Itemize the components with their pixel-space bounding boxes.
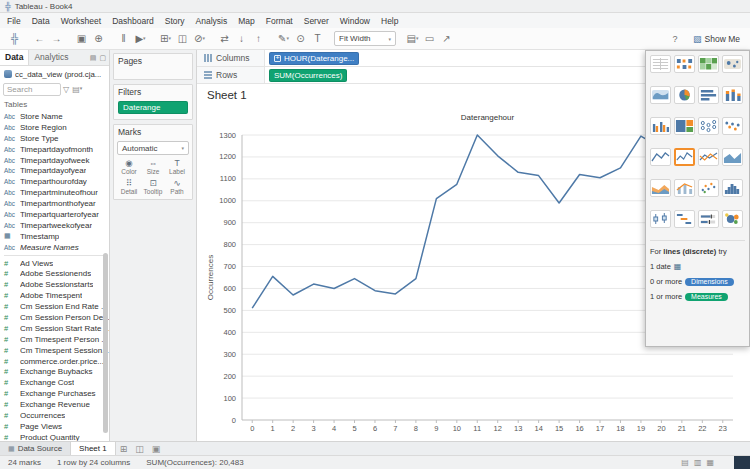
field-timepartweekofyear[interactable]: AbcTimepartweekofyear: [0, 220, 109, 231]
field-timepartdayofweek[interactable]: AbcTimepartdayofweek: [0, 155, 109, 166]
showme-area-charts-discrete[interactable]: [650, 179, 671, 197]
fit-selector[interactable]: Fit Width ▾: [334, 31, 396, 46]
field-timepartquarterofyear[interactable]: AbcTimepartquarterofyear: [0, 209, 109, 220]
sheet-title[interactable]: Sheet 1: [197, 84, 497, 106]
new-story-button[interactable]: ▣: [148, 442, 165, 455]
showme-box-and-whisker[interactable]: [650, 210, 671, 228]
field-adobe-sessionends[interactable]: #Adobe Sessionends: [0, 268, 109, 279]
showme-highlight-table[interactable]: [698, 55, 719, 73]
showme-continuous-lines[interactable]: [650, 148, 671, 166]
show-tabs-icon[interactable]: ▤: [681, 458, 689, 467]
field-cm-timespent-person[interactable]: #Cm Timespent Person ...: [0, 334, 109, 345]
view-options-icon[interactable]: ▤▾: [72, 85, 82, 94]
menu-file[interactable]: File: [7, 16, 21, 26]
showme-dual-lines[interactable]: [698, 148, 719, 166]
marks-size-button[interactable]: ⇔Size: [141, 158, 165, 175]
pill-daterange[interactable]: Daterange: [118, 101, 188, 114]
presentation-mode-icon[interactable]: ▭: [422, 33, 437, 44]
show-hide-cards-icon[interactable]: ▤▾: [405, 33, 420, 44]
field-store-type[interactable]: AbcStore Type: [0, 133, 109, 144]
field-exchange-buybacks[interactable]: #Exchange Buybacks: [0, 366, 109, 377]
redo-icon[interactable]: →: [49, 33, 64, 44]
show-sheet-sorter-icon[interactable]: ▦: [706, 458, 714, 467]
show-filmstrip-icon[interactable]: ▥: [694, 458, 702, 467]
field-timepartdayofyear[interactable]: AbcTimepartdayofyear: [0, 165, 109, 176]
field-store-region[interactable]: AbcStore Region: [0, 122, 109, 133]
tableau-logo-icon[interactable]: ╬: [7, 33, 22, 44]
marks-detail-button[interactable]: ⠿Detail: [117, 178, 141, 195]
field-cm-session-start-rate[interactable]: #Cm Session Start Rate ...: [0, 323, 109, 334]
showme-symbol-maps[interactable]: [722, 55, 743, 73]
search-input[interactable]: [3, 83, 61, 96]
field-adobe-timespent[interactable]: #Adobe Timespent: [0, 290, 109, 301]
tab-data-source[interactable]: ▦Data Source: [0, 442, 71, 455]
showme-scatter-plots[interactable]: [698, 179, 719, 197]
tab-analytics[interactable]: Analytics: [29, 50, 73, 65]
run-updates-icon[interactable]: ▶▾: [133, 33, 148, 44]
menu-data[interactable]: Data: [32, 16, 50, 26]
showme-filled-maps[interactable]: [650, 86, 671, 104]
showme-pie-chart[interactable]: [674, 86, 695, 104]
marks-path-button[interactable]: ∿Path: [165, 178, 189, 195]
fields-scrollbar[interactable]: [103, 253, 108, 433]
field-occurrences[interactable]: #Occurrences: [0, 410, 109, 421]
showme-gantt[interactable]: [674, 210, 695, 228]
expand-plus-icon[interactable]: +: [274, 55, 281, 62]
tab-sheet-1[interactable]: Sheet 1: [71, 442, 116, 455]
filter-icon[interactable]: ▽: [63, 85, 69, 94]
field-timepartmonthofyear[interactable]: AbcTimepartmonthofyear: [0, 198, 109, 209]
showme-side-by-side-circles[interactable]: [722, 117, 743, 135]
field-ad-views[interactable]: #Ad Views: [0, 258, 109, 269]
menu-map[interactable]: Map: [238, 16, 255, 26]
field-cm-session-person-de[interactable]: #Cm Session Person De...: [0, 312, 109, 323]
menu-server[interactable]: Server: [304, 16, 329, 26]
field-measure-names[interactable]: AbcMeasure Names: [0, 242, 109, 253]
field-commerce-order-price[interactable]: #commerce.order.price...: [0, 356, 109, 367]
filters-shelf[interactable]: Daterange: [114, 99, 192, 119]
mark-type-selector[interactable]: Automatic ▾: [117, 141, 189, 155]
pages-shelf[interactable]: [114, 68, 192, 79]
datasource-connection[interactable]: cc_data_view (prod.cja...: [0, 66, 109, 81]
showme-text-tables[interactable]: [650, 55, 671, 73]
showme-histogram[interactable]: [722, 179, 743, 197]
field-exchange-cost[interactable]: #Exchange Cost: [0, 377, 109, 388]
group-members-icon[interactable]: ⊙: [293, 33, 308, 44]
menu-story[interactable]: Story: [165, 16, 185, 26]
field-adobe-sessionstarts[interactable]: #Adobe Sessionstarts: [0, 279, 109, 290]
showme-stacked-bars[interactable]: [722, 86, 743, 104]
field-timestamp[interactable]: ▦Timestamp: [0, 231, 109, 242]
field-exchange-revenue[interactable]: #Exchange Revenue: [0, 399, 109, 410]
field-cm-session-end-rate[interactable]: #Cm Session End Rate ...: [0, 301, 109, 312]
showme-horizontal-bars[interactable]: [698, 86, 719, 104]
tab-data[interactable]: Data: [0, 50, 29, 65]
show-me-button[interactable]: ▧ Show Me: [689, 32, 744, 46]
field-cm-timespent-session[interactable]: #Cm Timespent Session...: [0, 345, 109, 356]
showme-heat-map[interactable]: [674, 55, 695, 73]
field-store-name[interactable]: AbcStore Name: [0, 111, 109, 122]
menu-dashboard[interactable]: Dashboard: [112, 16, 154, 26]
field-timepartminuteofhour[interactable]: AbcTimepartminuteofhour: [0, 187, 109, 198]
marks-color-button[interactable]: ◉Color: [117, 158, 141, 175]
pane-view-icon[interactable]: ▤: [90, 54, 97, 62]
share-workbook-icon[interactable]: ↗: [439, 33, 454, 44]
field-page-views[interactable]: #Page Views: [0, 421, 109, 432]
showme-treemap[interactable]: [674, 117, 695, 135]
sort-descending-icon[interactable]: ↑: [251, 33, 266, 44]
showme-discrete-lines[interactable]: [674, 148, 695, 166]
menu-worksheet[interactable]: Worksheet: [61, 16, 101, 26]
undo-icon[interactable]: ←: [32, 33, 47, 44]
clear-sheet-icon[interactable]: ⊘▾: [192, 33, 207, 44]
new-dashboard-button[interactable]: ◫: [131, 442, 148, 455]
duplicate-sheet-icon[interactable]: ◫: [175, 33, 190, 44]
help-icon[interactable]: ?: [669, 34, 681, 44]
field-product-quantity[interactable]: #Product Quantity: [0, 432, 109, 441]
pause-updates-icon[interactable]: ‖: [116, 33, 131, 44]
pill-hour-daterange[interactable]: +HOUR(Daterange...: [269, 52, 359, 65]
pill-sum-occurrences[interactable]: SUM(Occurrences): [269, 69, 347, 82]
showme-side-by-side-bars[interactable]: [650, 117, 671, 135]
menu-analysis[interactable]: Analysis: [196, 16, 228, 26]
swap-axes-icon[interactable]: ⇄: [217, 33, 232, 44]
new-datasource-icon[interactable]: ⊕: [91, 33, 106, 44]
showme-packed-bubbles[interactable]: [722, 210, 743, 228]
show-mark-labels-icon[interactable]: T: [310, 33, 325, 44]
